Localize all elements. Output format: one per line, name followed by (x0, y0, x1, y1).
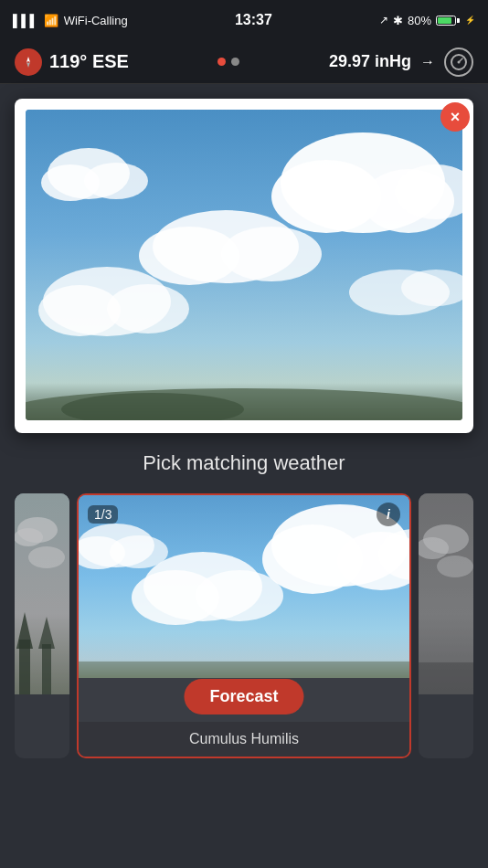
barometer-gauge-icon (444, 48, 473, 77)
svg-point-35 (378, 529, 409, 580)
card-counter: 1/3 (88, 505, 118, 524)
svg-point-40 (79, 536, 125, 569)
close-button[interactable]: × (440, 102, 470, 132)
svg-rect-5 (26, 110, 462, 420)
status-bar: ▌▌▌ 📶 WiFi-Calling 13:37 ↗ ✱ 80% ⚡ (0, 0, 488, 40)
svg-rect-47 (419, 662, 473, 694)
svg-point-37 (132, 570, 219, 625)
svg-point-4 (457, 60, 460, 63)
svg-point-7 (271, 160, 381, 233)
header-direction: 119° ESE (15, 48, 129, 76)
status-dot-active (217, 58, 226, 66)
info-button[interactable]: i (377, 503, 400, 526)
svg-point-19 (349, 270, 450, 315)
svg-point-10 (48, 148, 130, 199)
svg-point-33 (262, 524, 363, 594)
main-weather-card[interactable]: 1/3 i (77, 493, 411, 758)
status-dot-inactive (231, 58, 239, 66)
main-content: × Pick matching weather (0, 84, 488, 758)
status-left: ▌▌▌ 📶 WiFi-Calling (13, 14, 128, 27)
svg-point-18 (107, 284, 189, 333)
sky-photo (26, 110, 462, 420)
svg-marker-0 (27, 57, 30, 62)
right-card-image (419, 493, 473, 694)
left-card[interactable] (15, 493, 69, 758)
cloud-type-label: Cumulus Humilis (79, 722, 409, 757)
signal-bars: ▌▌▌ (13, 14, 38, 27)
svg-point-20 (401, 270, 462, 306)
svg-rect-42 (79, 662, 409, 678)
svg-point-15 (221, 227, 322, 281)
weather-cards-row: 1/3 i (15, 493, 473, 758)
main-photo-clouds (26, 110, 462, 420)
svg-point-6 (281, 132, 445, 233)
trend-arrow-icon: → (420, 54, 435, 70)
barometer-value: 29.97 inHg (329, 52, 411, 71)
status-time: 13:37 (235, 12, 272, 28)
svg-point-14 (139, 227, 239, 285)
app-header: 119° ESE 29.97 inHg → (0, 40, 488, 84)
svg-point-38 (196, 570, 283, 621)
right-card-sky (419, 493, 473, 694)
left-card-sky (15, 493, 69, 694)
bluetooth-icon: ✱ (393, 14, 403, 27)
svg-point-9 (395, 164, 462, 219)
svg-point-34 (337, 532, 409, 590)
forecast-button[interactable]: Forecast (184, 679, 303, 715)
charging-icon: ⚡ (465, 16, 475, 25)
svg-marker-1 (27, 62, 30, 68)
svg-point-25 (15, 528, 43, 546)
svg-point-36 (143, 552, 262, 621)
location-arrow-icon: ↗ (379, 14, 388, 26)
direction-label: 119° ESE (49, 51, 129, 72)
status-right: ↗ ✱ 80% ⚡ (379, 14, 475, 27)
svg-point-22 (61, 393, 244, 420)
svg-point-8 (363, 169, 454, 233)
battery-icon (436, 16, 460, 26)
header-barometer: 29.97 inHg → (329, 48, 473, 77)
left-card-image (15, 493, 69, 694)
svg-point-12 (84, 163, 148, 199)
svg-point-46 (437, 556, 473, 577)
pick-matching-text: Pick matching weather (15, 451, 473, 475)
compass-icon (15, 48, 42, 76)
svg-point-21 (26, 388, 462, 420)
wifi-icon: 📶 (44, 14, 58, 27)
svg-point-41 (110, 535, 168, 568)
svg-rect-29 (42, 644, 51, 694)
photo-card: × (15, 99, 473, 433)
right-card[interactable] (419, 493, 473, 758)
card-header-row: 1/3 i (79, 495, 409, 534)
header-status-dots (217, 58, 239, 66)
svg-point-17 (38, 285, 121, 336)
network-label: WiFi-Calling (64, 14, 128, 27)
svg-point-16 (43, 267, 171, 336)
svg-point-26 (28, 546, 65, 568)
svg-point-11 (41, 164, 100, 201)
battery-percent-label: 80% (408, 14, 431, 27)
svg-point-13 (153, 210, 299, 283)
